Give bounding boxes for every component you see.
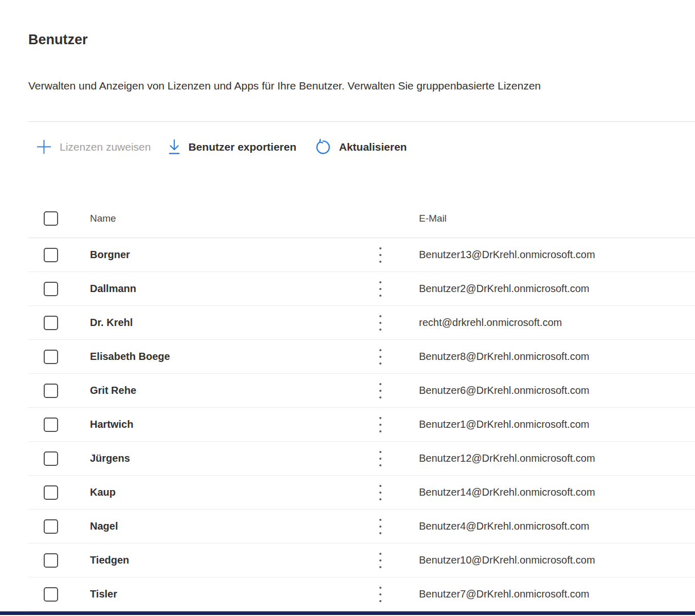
- row-checkbox[interactable]: [44, 587, 58, 602]
- more-actions-ellipsis-icon[interactable]: [375, 279, 386, 299]
- more-actions-ellipsis-icon[interactable]: [375, 585, 386, 604]
- more-actions-ellipsis-icon[interactable]: [375, 313, 386, 333]
- more-actions-ellipsis-icon[interactable]: [375, 245, 386, 265]
- assign-licenses-label: Lizenzen zuweisen: [60, 136, 151, 158]
- user-email: Benutzer13@DrKrehl.onmicrosoft.com: [393, 249, 695, 261]
- table-row[interactable]: Tisler Benutzer7@DrKrehl.onmicrosoft.com: [28, 577, 695, 611]
- table-row[interactable]: Elisabeth Boege Benutzer8@DrKrehl.onmicr…: [28, 340, 695, 374]
- row-checkbox[interactable]: [44, 485, 58, 500]
- table-header-row: Name E-Mail: [28, 199, 695, 238]
- command-bar: Lizenzen zuweisen Benutzer exportieren A…: [28, 122, 695, 158]
- user-name: Grit Rehe: [90, 385, 368, 396]
- user-email: Benutzer7@DrKrehl.onmicrosoft.com: [393, 588, 695, 600]
- export-users-label: Benutzer exportieren: [188, 136, 296, 158]
- more-actions-ellipsis-icon[interactable]: [375, 381, 386, 401]
- user-name: Nagel: [90, 520, 368, 532]
- export-users-button[interactable]: Benutzer exportieren: [168, 136, 296, 158]
- table-row[interactable]: Kaup Benutzer14@DrKrehl.onmicrosoft.com: [28, 476, 695, 510]
- user-name: Hartwich: [90, 419, 368, 430]
- page-title: Benutzer: [28, 31, 695, 48]
- user-email: Benutzer2@DrKrehl.onmicrosoft.com: [393, 283, 695, 295]
- row-checkbox[interactable]: [44, 451, 58, 466]
- user-email: Benutzer8@DrKrehl.onmicrosoft.com: [393, 351, 695, 363]
- page-description: Verwalten und Anzeigen von Lizenzen und …: [28, 78, 695, 94]
- bottom-navy-bar: [0, 611, 695, 615]
- user-email: Benutzer4@DrKrehl.onmicrosoft.com: [393, 520, 695, 532]
- table-row[interactable]: Nagel Benutzer4@DrKrehl.onmicrosoft.com: [28, 510, 695, 543]
- column-header-email: E-Mail: [393, 213, 695, 224]
- user-email: recht@drkrehl.onmicrosoft.com: [393, 317, 695, 329]
- user-name: Borgner: [90, 249, 368, 261]
- row-checkbox[interactable]: [44, 350, 58, 364]
- more-actions-ellipsis-icon[interactable]: [375, 449, 386, 468]
- table-row[interactable]: Tiedgen Benutzer10@DrKrehl.onmicrosoft.c…: [28, 543, 695, 577]
- table-row[interactable]: Dr. Krehl recht@drkrehl.onmicrosoft.com: [28, 306, 695, 340]
- assign-licenses-button[interactable]: Lizenzen zuweisen: [36, 136, 151, 158]
- table-row[interactable]: Dallmann Benutzer2@DrKrehl.onmicrosoft.c…: [28, 272, 695, 306]
- more-actions-ellipsis-icon[interactable]: [375, 483, 386, 502]
- user-name: Jürgens: [90, 452, 368, 464]
- user-name: Tiedgen: [90, 554, 368, 566]
- more-actions-ellipsis-icon[interactable]: [375, 415, 386, 434]
- table-row[interactable]: Borgner Benutzer13@DrKrehl.onmicrosoft.c…: [28, 238, 695, 272]
- refresh-label: Aktualisieren: [339, 136, 407, 158]
- download-arrow-icon: [168, 139, 180, 155]
- table-body: Borgner Benutzer13@DrKrehl.onmicrosoft.c…: [28, 238, 695, 611]
- refresh-button[interactable]: Aktualisieren: [314, 136, 407, 158]
- row-checkbox[interactable]: [44, 519, 58, 534]
- users-table: Name E-Mail Borgner Benutzer13@DrKrehl.o…: [28, 199, 695, 611]
- row-checkbox[interactable]: [44, 248, 58, 262]
- row-checkbox[interactable]: [44, 384, 58, 398]
- more-actions-ellipsis-icon[interactable]: [375, 551, 386, 570]
- row-checkbox[interactable]: [44, 553, 58, 568]
- table-row[interactable]: Jürgens Benutzer12@DrKrehl.onmicrosoft.c…: [28, 442, 695, 476]
- row-checkbox[interactable]: [44, 418, 58, 432]
- user-name: Elisabeth Boege: [90, 351, 368, 363]
- user-name: Dallmann: [90, 283, 368, 295]
- user-email: Benutzer12@DrKrehl.onmicrosoft.com: [393, 452, 695, 464]
- select-all-checkbox[interactable]: [44, 211, 58, 226]
- more-actions-ellipsis-icon[interactable]: [375, 347, 386, 367]
- user-email: Benutzer10@DrKrehl.onmicrosoft.com: [393, 554, 695, 566]
- row-checkbox[interactable]: [44, 282, 58, 296]
- users-page: Benutzer Verwalten und Anzeigen von Lize…: [0, 0, 695, 611]
- user-email: Benutzer1@DrKrehl.onmicrosoft.com: [393, 419, 695, 430]
- plus-icon: [36, 139, 52, 155]
- more-actions-ellipsis-icon[interactable]: [375, 517, 386, 536]
- user-name: Kaup: [90, 486, 368, 498]
- column-header-name: Name: [90, 213, 368, 224]
- user-email: Benutzer6@DrKrehl.onmicrosoft.com: [393, 385, 695, 396]
- table-row[interactable]: Grit Rehe Benutzer6@DrKrehl.onmicrosoft.…: [28, 374, 695, 408]
- row-checkbox[interactable]: [44, 316, 58, 330]
- table-row[interactable]: Hartwich Benutzer1@DrKrehl.onmicrosoft.c…: [28, 408, 695, 442]
- user-email: Benutzer14@DrKrehl.onmicrosoft.com: [393, 486, 695, 498]
- refresh-icon: [314, 138, 332, 156]
- user-name: Dr. Krehl: [90, 317, 368, 329]
- user-name: Tisler: [90, 588, 368, 600]
